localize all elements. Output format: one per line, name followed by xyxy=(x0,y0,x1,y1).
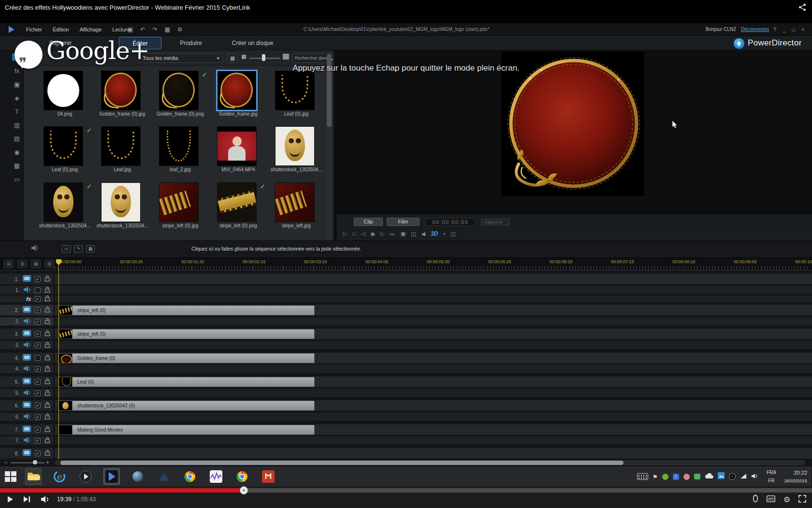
volume-button[interactable] xyxy=(41,495,50,505)
media-thumbnail[interactable] xyxy=(102,71,140,110)
track-lane-1-audio[interactable] xyxy=(55,286,812,295)
title-room-icon[interactable]: T xyxy=(15,108,19,115)
next-button[interactable] xyxy=(23,496,31,505)
track-enable-checkbox[interactable]: ✓ xyxy=(35,331,41,337)
stop-button[interactable]: □ xyxy=(352,231,356,237)
chat-app-tray-icon[interactable] xyxy=(694,474,700,479)
audio-mix-icon[interactable]: ▤ xyxy=(14,135,20,142)
keyboard-icon[interactable] xyxy=(637,473,648,480)
track-lane-7-audio[interactable] xyxy=(55,436,812,445)
grid-view-button[interactable]: ▦ xyxy=(227,53,238,63)
fullscreen-button[interactable] xyxy=(798,495,806,505)
track-lane-fx-fx[interactable] xyxy=(55,296,812,303)
chevron-down-icon[interactable]: ▾ xyxy=(443,232,445,236)
split-icon[interactable]: ▦ xyxy=(31,260,41,268)
media-thumbnail[interactable] xyxy=(276,127,314,165)
track-lane-3-audio[interactable] xyxy=(55,341,812,350)
panel-icon[interactable]: ▣ xyxy=(128,26,133,33)
track-enable-checkbox[interactable]: ✓ xyxy=(35,390,41,396)
media-thumbnail[interactable] xyxy=(276,183,314,222)
select-range-icon[interactable]: ▭ xyxy=(62,245,71,253)
lock-icon[interactable] xyxy=(44,377,50,386)
track-enable-checkbox[interactable] xyxy=(35,287,41,293)
taskbar-chrome-2[interactable] xyxy=(234,468,250,485)
record-button[interactable]: ◉ xyxy=(371,231,376,237)
lock-icon[interactable] xyxy=(44,341,50,350)
track-header-1-video[interactable]: 1.✓ xyxy=(0,274,54,285)
play-button[interactable]: ▷ xyxy=(343,231,347,237)
taskbar-clock[interactable]: 20:22 26/02/2015 xyxy=(779,469,807,484)
track-enable-checkbox[interactable]: ✓ xyxy=(35,307,41,313)
start-button[interactable] xyxy=(5,471,16,482)
play-button[interactable] xyxy=(6,495,14,506)
lock-icon[interactable] xyxy=(44,306,50,314)
redo-icon[interactable]: ↷ xyxy=(152,26,157,33)
lock-icon[interactable] xyxy=(44,275,50,284)
action-center-flag-icon[interactable]: ⚑ xyxy=(652,472,658,481)
particle-room-icon[interactable]: ◈ xyxy=(14,94,19,102)
thumb-size-slider-handle[interactable] xyxy=(262,54,265,61)
track-lane-1-video[interactable] xyxy=(55,274,812,285)
menu-item-2[interactable]: Affichage xyxy=(80,27,102,32)
track-enable-checkbox[interactable]: ✓ xyxy=(35,438,41,444)
track-header-6-audio[interactable]: 6.✓ xyxy=(0,413,54,421)
voiceover-icon[interactable] xyxy=(31,244,39,254)
timeline-zoom-in[interactable]: + xyxy=(46,459,49,466)
undo-icon[interactable]: ↶ xyxy=(140,26,145,33)
track-header-7-video[interactable]: 7.✓ xyxy=(0,424,54,435)
youtube-progress-bar[interactable] xyxy=(0,488,812,493)
track-enable-checkbox[interactable]: ✓ xyxy=(35,379,41,385)
track-header-7-audio[interactable]: 7.✓ xyxy=(0,436,54,445)
media-thumbnail[interactable] xyxy=(102,127,140,165)
lock-icon[interactable] xyxy=(44,365,50,374)
track-enable-checkbox[interactable]: ✓ xyxy=(35,403,41,408)
snap-icon[interactable]: ▧ xyxy=(44,260,54,268)
layout-icon[interactable]: ▦ xyxy=(164,26,170,33)
lock-icon[interactable] xyxy=(44,389,50,398)
preview-window-button[interactable]: ◫ xyxy=(411,231,416,237)
voiceover-room-icon[interactable]: ◉ xyxy=(14,149,19,156)
track-header-5-video[interactable]: 5.✓ xyxy=(0,376,54,388)
restore-button[interactable]: □ xyxy=(792,27,795,32)
lock-icon[interactable] xyxy=(44,286,50,295)
track-enable-checkbox[interactable]: ✓ xyxy=(35,296,41,302)
search-tray-icon[interactable]: ○ xyxy=(729,473,736,480)
lock-icon[interactable] xyxy=(44,317,50,326)
track-header-fx-fx[interactable]: fx✓ xyxy=(0,296,54,303)
track-lane-6-audio[interactable] xyxy=(55,413,812,421)
track-header-3-video[interactable]: 3.✓ xyxy=(0,329,54,340)
dual-display-button[interactable]: ◫ xyxy=(450,231,455,237)
track-header-6-video[interactable]: 6.✓ xyxy=(0,400,54,411)
taskbar-internet-explorer[interactable]: e xyxy=(51,468,68,485)
taskbar-powerdirector[interactable] xyxy=(103,468,120,485)
timeline-clip[interactable]: Leaf (0) xyxy=(58,377,315,387)
onedrive-cloud-icon[interactable] xyxy=(705,472,713,481)
help-button[interactable]: ? xyxy=(773,27,776,32)
close-button[interactable]: × xyxy=(801,27,804,32)
tab-3[interactable]: Créer un disque xyxy=(220,37,285,49)
show-desktop-button[interactable] xyxy=(810,467,812,486)
panel-splitter[interactable] xyxy=(334,50,337,240)
next-button[interactable]: ▷ xyxy=(380,231,384,237)
media-thumbnail[interactable] xyxy=(276,71,314,110)
lock-icon[interactable] xyxy=(44,413,50,421)
taskbar-audio-app[interactable] xyxy=(208,468,224,485)
volume-button[interactable]: ◀ xyxy=(421,231,425,237)
taskbar-media-player[interactable] xyxy=(77,468,94,485)
media-thumbnail[interactable] xyxy=(44,71,83,110)
track-header-4-video[interactable]: 4. xyxy=(0,353,54,364)
media-thumbnail[interactable] xyxy=(160,127,198,165)
clip-mode-button[interactable]: Clip xyxy=(354,218,383,226)
lock-icon[interactable] xyxy=(44,425,50,434)
grid-icon[interactable]: ▦ xyxy=(86,245,95,253)
share-icon[interactable] xyxy=(798,3,806,13)
track-header-1-audio[interactable]: 1. xyxy=(0,286,54,295)
lock-icon[interactable] xyxy=(44,401,50,410)
timeline-clip[interactable]: shutterstock_13025042 (0) xyxy=(58,401,315,411)
media-thumbnail[interactable] xyxy=(160,183,198,222)
track-enable-checkbox[interactable]: ✓ xyxy=(35,414,41,420)
media-thumbnail[interactable] xyxy=(44,127,83,165)
lock-icon[interactable] xyxy=(44,354,50,362)
settings-icon[interactable]: ⚙ xyxy=(177,26,183,33)
timeline-clip[interactable]: Golden_frame (0) xyxy=(58,353,315,363)
